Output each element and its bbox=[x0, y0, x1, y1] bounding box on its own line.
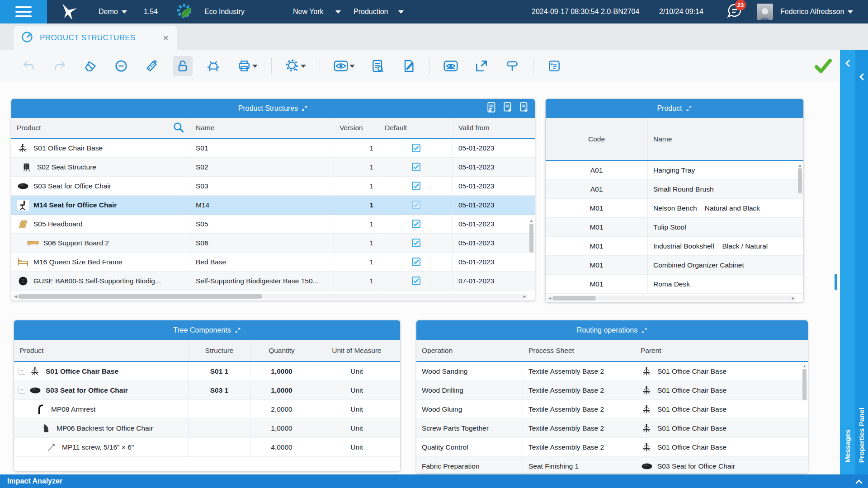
tab-close-icon[interactable]: × bbox=[163, 33, 168, 43]
vertical-scrollbar[interactable]: ▲ bbox=[528, 217, 534, 301]
table-row[interactable]: GUSE BA600-S Self-Supporting Biodig...Se… bbox=[11, 272, 535, 291]
column-header[interactable]: Parent bbox=[635, 340, 808, 361]
visibility-icon[interactable] bbox=[331, 56, 357, 76]
document-report-icon[interactable] bbox=[487, 102, 497, 115]
column-header[interactable]: Name bbox=[190, 118, 334, 138]
app-logo-icon[interactable] bbox=[57, 0, 78, 23]
search-icon[interactable] bbox=[172, 121, 184, 135]
chair-base-icon bbox=[29, 366, 42, 377]
table-row[interactable]: Wood DrillingTextile Assembly Base 2S01 … bbox=[416, 381, 808, 400]
table-row[interactable]: Quality ControlTextile Assembly Base 2S0… bbox=[416, 438, 808, 457]
default-checkbox[interactable] bbox=[412, 220, 420, 228]
hamburger-menu-button[interactable] bbox=[0, 0, 47, 23]
document-copy-icon[interactable] bbox=[503, 102, 513, 115]
column-header[interactable]: Structure bbox=[189, 340, 250, 361]
table-row[interactable]: +S03 Seat for Office ChairS03 11,0000Uni… bbox=[14, 381, 400, 400]
chevron-down-icon[interactable] bbox=[301, 65, 306, 68]
default-checkbox[interactable] bbox=[412, 201, 420, 209]
expand-row-button[interactable]: + bbox=[19, 368, 25, 375]
column-header[interactable]: Product bbox=[14, 340, 189, 361]
column-header[interactable]: Code bbox=[546, 118, 648, 160]
expand-icon[interactable] bbox=[472, 56, 491, 76]
vertical-scrollbar[interactable]: ▲ bbox=[802, 363, 807, 473]
table-row[interactable]: M01Roma Desk bbox=[546, 275, 803, 294]
vertical-scrollbar[interactable]: ▲ bbox=[797, 162, 803, 295]
image-preview-icon[interactable] bbox=[441, 56, 461, 76]
panel-title[interactable]: Tree Components bbox=[173, 326, 241, 334]
default-checkbox[interactable] bbox=[412, 144, 420, 152]
site-dropdown[interactable]: New York bbox=[293, 0, 341, 23]
panel-title[interactable]: Product Structures bbox=[238, 104, 308, 113]
table-row[interactable]: M01Combined Organizer Cabinet bbox=[546, 256, 803, 275]
confirm-check-button[interactable] bbox=[812, 56, 834, 76]
default-checkbox[interactable] bbox=[412, 277, 420, 285]
default-checkbox[interactable] bbox=[412, 239, 420, 247]
panel-title[interactable]: Routing operations bbox=[577, 326, 647, 334]
table-row[interactable]: Wood GluingTextile Assembly Base 2S01 Of… bbox=[416, 400, 808, 419]
table-row[interactable]: A01Hanging Tray bbox=[546, 161, 803, 180]
table-row[interactable]: Screw Parts TogetherTextile Assembly Bas… bbox=[416, 419, 808, 438]
name-cell: S05 bbox=[190, 215, 334, 233]
column-header[interactable]: Version bbox=[334, 118, 379, 138]
user-menu-dropdown[interactable]: Federico Alfredsson bbox=[780, 0, 853, 23]
column-header[interactable]: Operation bbox=[416, 340, 523, 361]
column-header[interactable]: Product bbox=[11, 118, 190, 138]
default-checkbox[interactable] bbox=[412, 258, 420, 266]
table-row[interactable]: A01Small Round Brush bbox=[546, 180, 803, 199]
page-scrollbar-thumb[interactable] bbox=[835, 274, 837, 290]
table-row[interactable]: S03 Seat for Office ChairS03105-01-2023 bbox=[11, 177, 535, 196]
column-header[interactable]: Valid from bbox=[453, 118, 535, 138]
table-row[interactable]: MP08 Armrest2,0000Unit bbox=[14, 400, 400, 419]
column-header[interactable]: Name bbox=[648, 118, 803, 160]
shield-edit-icon[interactable] bbox=[399, 56, 419, 76]
flag-icon[interactable] bbox=[502, 56, 522, 76]
default-checkbox[interactable] bbox=[412, 182, 420, 190]
company-dropdown[interactable]: Demo bbox=[99, 0, 127, 23]
mode-dropdown[interactable]: Production bbox=[354, 0, 404, 23]
bom-structure-icon[interactable] bbox=[203, 56, 223, 76]
table-row[interactable]: M01Industrial Bookshelf – Black / Natura… bbox=[546, 237, 803, 256]
column-header[interactable]: Process Sheet bbox=[523, 340, 635, 361]
notes-remove-icon[interactable] bbox=[544, 56, 564, 76]
table-row[interactable]: MP11 screw, 5/16" × 6"4,0000Unit bbox=[14, 438, 400, 457]
user-avatar[interactable] bbox=[757, 0, 773, 23]
expand-row-button[interactable]: + bbox=[19, 387, 25, 394]
table-row[interactable]: M14 Seat for Office ChairM14105-01-2023 bbox=[11, 196, 535, 215]
settings-gear-icon[interactable] bbox=[283, 56, 309, 76]
document-duplicate-icon[interactable] bbox=[519, 102, 529, 115]
tab-product-structures[interactable]: PRODUCT STRUCTURES × bbox=[14, 26, 177, 50]
table-row[interactable]: S06 Support Board 2S06105-01-2023 bbox=[11, 234, 535, 253]
product-label: M16 Queen Size Bed Frame bbox=[33, 258, 122, 266]
panel-title[interactable]: Product bbox=[657, 104, 692, 113]
document-search-icon[interactable] bbox=[368, 56, 388, 76]
eraser-icon[interactable] bbox=[80, 56, 100, 76]
table-row[interactable]: S02 Seat StructureS02105-01-2023 bbox=[11, 158, 535, 177]
table-row[interactable]: S01 Office Chair BaseS01105-01-2023 bbox=[11, 139, 535, 158]
unlock-icon[interactable] bbox=[173, 56, 193, 76]
chevron-down-icon[interactable] bbox=[252, 65, 258, 68]
column-header[interactable]: Default bbox=[379, 118, 453, 138]
table-row[interactable]: +S01 Office Chair BaseS01 11,0000Unit bbox=[14, 362, 400, 381]
chevron-down-icon[interactable] bbox=[349, 65, 355, 68]
column-header[interactable]: Quantity bbox=[250, 340, 313, 361]
horizontal-scrollbar[interactable]: ◄► bbox=[547, 296, 796, 301]
process-sheet-cell: Textile Assembly Base 2 bbox=[523, 362, 635, 380]
table-row[interactable]: M01Tulip Stool bbox=[546, 218, 803, 237]
remove-circle-icon[interactable] bbox=[111, 56, 131, 76]
messages-side-tab[interactable]: Messages bbox=[840, 50, 855, 474]
default-checkbox[interactable] bbox=[412, 163, 420, 171]
table-row[interactable]: Fabric PreparationSeat Finishing 1S03 Se… bbox=[416, 457, 808, 474]
table-row[interactable]: M16 Queen Size Bed FrameBed Base105-01-2… bbox=[11, 253, 535, 272]
table-row[interactable]: S05 HeadboardS05105-01-2023 bbox=[11, 215, 535, 234]
messages-button[interactable]: 23 bbox=[726, 0, 743, 23]
measure-icon[interactable] bbox=[142, 56, 162, 76]
chevron-up-icon[interactable] bbox=[855, 478, 863, 486]
table-row[interactable]: MP06 Backrest for Office Chair1,0000Unit bbox=[14, 419, 400, 438]
print-icon[interactable] bbox=[234, 56, 260, 76]
table-row[interactable]: Wood SandingTextile Assembly Base 2S01 O… bbox=[416, 362, 808, 381]
table-row[interactable]: M01Nelson Bench – Natural and Black bbox=[546, 199, 803, 218]
column-header[interactable]: Unit of Measure bbox=[313, 340, 400, 361]
properties-panel-side-tab[interactable]: Properties Panel bbox=[855, 50, 868, 474]
impact-analyzer-bar[interactable]: Impact Analyzer bbox=[0, 474, 868, 488]
horizontal-scrollbar[interactable]: ◄► bbox=[13, 294, 528, 299]
